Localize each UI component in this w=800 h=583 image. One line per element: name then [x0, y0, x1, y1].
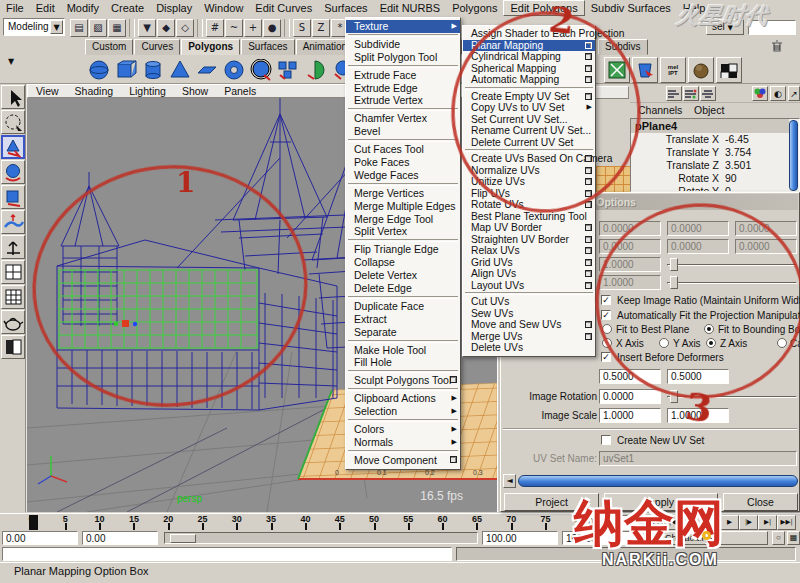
quick-select-input[interactable]	[748, 20, 796, 35]
tab-subdivs[interactable]: Subdivs	[598, 39, 648, 55]
move-tool-icon[interactable]	[1, 135, 25, 159]
menu-item-merge-edge-tool[interactable]: Merge Edge Tool	[346, 213, 460, 226]
submenu-item-merge-uvs[interactable]: Merge UVs	[463, 331, 595, 343]
timeline-tick[interactable]	[545, 523, 547, 530]
option-box-icon[interactable]	[585, 321, 592, 328]
camera-radio[interactable]	[777, 338, 787, 348]
viewport-menu-show[interactable]: Show	[174, 85, 216, 97]
option-box-icon[interactable]	[585, 178, 592, 185]
render-icon[interactable]: Z	[312, 19, 330, 37]
channel-object-name[interactable]: pPlane4	[631, 119, 789, 133]
timeline-tick[interactable]	[476, 523, 478, 530]
make-live-icon[interactable]: ●	[263, 19, 281, 37]
submenu-item-spherical-mapping[interactable]: Spherical Mapping	[463, 63, 595, 75]
poly-half-icon[interactable]	[301, 56, 328, 83]
channel-row[interactable]: Rotate X90	[631, 172, 789, 185]
menu-item-chamfer-vertex[interactable]: Chamfer Vertex	[346, 112, 460, 125]
channel-box-scrollbar[interactable]	[789, 120, 798, 191]
timeline-tick[interactable]	[374, 523, 376, 530]
timeline-tick[interactable]	[442, 523, 444, 530]
projection-rotation-x-field[interactable]: 0.0000	[599, 239, 661, 254]
menu-edit-polygons[interactable]: Edit Polygons	[503, 0, 584, 16]
object-menu[interactable]: Object	[694, 103, 724, 118]
channel-row[interactable]: Translate Y3.754	[631, 146, 789, 159]
go-end-icon[interactable]: ▶▶|	[777, 515, 796, 530]
poly-cube-icon[interactable]	[112, 56, 139, 83]
select-tool-icon[interactable]	[1, 85, 25, 109]
playback-start-field[interactable]: 0.00	[82, 531, 158, 545]
paint-select-icon[interactable]	[604, 57, 630, 83]
menu-display[interactable]: Display	[150, 1, 198, 17]
channel-row[interactable]: Translate X-6.45	[631, 133, 789, 146]
layout-single-icon[interactable]	[1, 260, 25, 284]
option-box-icon[interactable]	[585, 236, 592, 243]
step-back-key-icon[interactable]: |◀	[663, 515, 682, 530]
select-object-icon[interactable]: ◆	[157, 19, 175, 37]
menu-item-extrude-edge[interactable]: Extrude Edge	[346, 82, 460, 95]
submenu-item-sew-uvs[interactable]: Sew UVs	[463, 308, 595, 320]
menu-item-split-polygon-tool[interactable]: Split Polygon Tool	[346, 51, 460, 64]
submenu-item-copy-uvs-to-uv-set[interactable]: Copy UVs to UV Set▶	[463, 102, 595, 114]
submenu-item-assign-shader-to-each-projection[interactable]: Assign Shader to Each Projection	[463, 28, 595, 40]
option-box-icon[interactable]	[585, 65, 592, 72]
menu-file[interactable]: File	[0, 1, 30, 17]
menu-item-sculpt-polygons-tool[interactable]: Sculpt Polygons Tool	[346, 374, 460, 387]
submenu-item-create-empty-uv-set[interactable]: Create Empty UV Set	[463, 91, 595, 103]
hypershade-icon[interactable]	[1, 310, 25, 334]
menu-item-normals[interactable]: Normals▶	[346, 436, 460, 449]
menu-item-make-hole-tool[interactable]: Make Hole Tool	[346, 344, 460, 357]
menu-edit-nurbs[interactable]: Edit NURBS	[374, 1, 447, 17]
tab-custom[interactable]: Custom	[85, 39, 133, 55]
menu-item-collapse[interactable]: Collapse	[346, 256, 460, 269]
poly-torus-icon[interactable]	[220, 56, 247, 83]
chevron-down-icon[interactable]: ▼	[50, 20, 63, 34]
option-box-icon[interactable]	[585, 76, 592, 83]
submenu-item-best-plane-texturing-tool[interactable]: Best Plane Texturing Tool	[463, 211, 595, 223]
menu-item-poke-faces[interactable]: Poke Faces	[346, 156, 460, 169]
menu-edit[interactable]: Edit	[30, 1, 61, 17]
menu-item-subdivide[interactable]: Subdivide	[346, 38, 460, 51]
menu-modify[interactable]: Modify	[61, 1, 105, 17]
menu-subdiv-surfaces[interactable]: Subdiv Surfaces	[585, 1, 677, 17]
option-box-icon[interactable]	[585, 224, 592, 231]
file-new-icon[interactable]: ▤	[70, 19, 88, 37]
option-box-icon[interactable]	[585, 42, 592, 49]
show-manipulator-icon[interactable]	[1, 235, 25, 259]
menu-window[interactable]: Window	[198, 1, 249, 17]
step-forward-key-icon[interactable]: ▶|	[758, 515, 777, 530]
timeline-tick[interactable]	[202, 523, 204, 530]
z-axis-radio[interactable]	[706, 338, 716, 348]
channel-layout-icon-1[interactable]	[666, 86, 682, 101]
option-box-icon[interactable]	[585, 247, 592, 254]
timeline-tick[interactable]	[579, 523, 581, 530]
go-start-icon[interactable]: |◀◀	[644, 515, 663, 530]
image-scale-u-field[interactable]: 1.0000	[599, 408, 661, 423]
timeline-tick[interactable]	[271, 523, 273, 530]
menu-item-clipboard-actions[interactable]: Clipboard Actions▶	[346, 392, 460, 405]
time-slider[interactable]: 05101520253035404550556065707580 0.00 |◀…	[0, 513, 800, 530]
tab-surfaces[interactable]: Surfaces	[241, 39, 294, 55]
range-slider-thumb[interactable]	[170, 534, 196, 543]
project-button[interactable]: Project	[504, 493, 599, 511]
option-box-icon[interactable]	[585, 93, 592, 100]
contrast-icon[interactable]: ◐	[770, 86, 786, 101]
menu-item-move-component[interactable]: Move Component	[346, 454, 460, 467]
menu-item-delete-vertex[interactable]: Delete Vertex	[346, 269, 460, 282]
image-scale-v-field[interactable]: 1.0000	[667, 408, 729, 423]
timeline-tick[interactable]	[99, 523, 101, 530]
auto-key-icon[interactable]: ○	[772, 531, 785, 545]
submenu-item-rotate-uvs[interactable]: Rotate UVs	[463, 199, 595, 211]
channel-row[interactable]: Translate Z3.501	[631, 159, 789, 172]
submenu-item-planar-mapping[interactable]: Planar Mapping	[463, 40, 595, 52]
trash-icon[interactable]	[768, 39, 788, 55]
timeline-tick[interactable]	[408, 523, 410, 530]
file-open-icon[interactable]: ▧	[89, 19, 107, 37]
options-h-scrollbar[interactable]	[518, 475, 798, 487]
channels-menu[interactable]: Channels	[638, 103, 682, 118]
submenu-item-unitize-uvs[interactable]: Unitize UVs	[463, 176, 595, 188]
menu-item-fill-hole[interactable]: Fill Hole	[346, 356, 460, 369]
snap-curve-icon[interactable]: ~	[225, 19, 243, 37]
layout-four-icon[interactable]	[1, 285, 25, 309]
option-box-icon[interactable]	[585, 282, 592, 289]
viewport-menu-shading[interactable]: Shading	[67, 85, 122, 97]
